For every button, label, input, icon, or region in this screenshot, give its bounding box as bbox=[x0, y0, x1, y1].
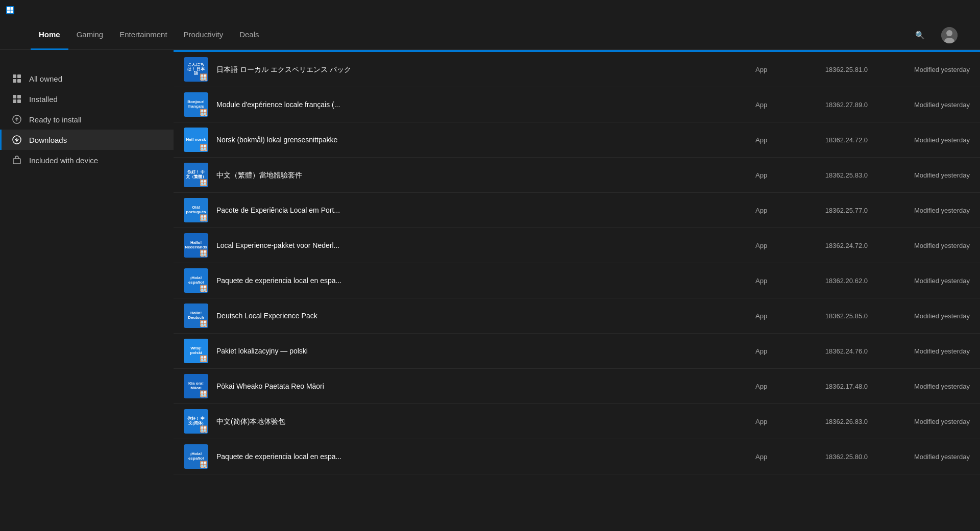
close-button[interactable] bbox=[950, 2, 974, 18]
list-item[interactable]: Kia ora! Māori Pōkai Wheako Paetata Reo … bbox=[174, 369, 980, 404]
svg-rect-51 bbox=[205, 324, 207, 327]
titlebar bbox=[0, 0, 980, 20]
app-icon: Bonjour! français bbox=[184, 92, 208, 117]
svg-rect-61 bbox=[205, 426, 207, 429]
svg-rect-9 bbox=[13, 79, 16, 83]
svg-rect-34 bbox=[201, 184, 204, 186]
svg-rect-3 bbox=[11, 11, 14, 14]
sidebar-heading bbox=[0, 60, 174, 68]
sidebar-item-ready-to-install[interactable]: Ready to install bbox=[0, 109, 174, 130]
app-type: App bbox=[755, 383, 786, 390]
app-info: Norsk (bokmål) lokal grensesnittpakke bbox=[208, 135, 745, 144]
list-item[interactable]: ¡Hola! español Paquete de experiencia lo… bbox=[174, 263, 980, 298]
list-item[interactable]: 你好！ 中文（繁體） 中文（繁體）當地體驗套件 App 18362.25.83.… bbox=[174, 158, 980, 193]
app-info-row: 中文(简体)本地体验包 App 18362.26.83.0 Modified y… bbox=[208, 417, 970, 426]
back-button[interactable] bbox=[8, 26, 27, 44]
svg-rect-32 bbox=[201, 180, 204, 183]
sidebar-item-included-with-device[interactable]: Included with device bbox=[0, 150, 174, 170]
list-item[interactable]: Bonjour! français Module d'expérience lo… bbox=[174, 87, 980, 122]
svg-rect-29 bbox=[205, 145, 207, 147]
list-item[interactable]: ¡Hola! español Paquete de experiencia lo… bbox=[174, 439, 980, 474]
list-item[interactable]: Hallo! Nederlands Local Experience-pakke… bbox=[174, 228, 980, 263]
app-version: 18362.25.81.0 bbox=[786, 66, 868, 73]
app-icon: Hallo! Deutsch bbox=[184, 304, 208, 328]
app-date: Modified yesterday bbox=[868, 136, 970, 144]
svg-rect-55 bbox=[205, 360, 207, 362]
svg-rect-21 bbox=[205, 74, 207, 77]
navbar: HomeGamingEntertainmentProductivityDeals… bbox=[0, 20, 980, 50]
sidebar-item-all-owned[interactable]: All owned bbox=[0, 68, 174, 89]
app-icon: Hei! norsk bbox=[184, 128, 208, 152]
list-item[interactable]: 你好！ 中文(简体) 中文(简体)本地体验包 App 18362.26.83.0… bbox=[174, 404, 980, 439]
app-icon: Kia ora! Māori bbox=[184, 374, 208, 398]
main-layout: All owned Installed Ready to install Dow… bbox=[0, 50, 980, 531]
nav-tab-productivity[interactable]: Productivity bbox=[176, 20, 232, 50]
app-icon: こんにちは！ 日本語 bbox=[184, 57, 208, 82]
sidebar-item-installed[interactable]: Installed bbox=[0, 89, 174, 109]
sidebar-item-downloads[interactable]: Downloads bbox=[0, 130, 174, 150]
svg-rect-64 bbox=[201, 462, 204, 464]
restore-button[interactable] bbox=[927, 2, 950, 18]
app-name: Paquete de experiencia local en espa... bbox=[216, 276, 341, 285]
app-date: Modified yesterday bbox=[868, 453, 970, 461]
svg-rect-43 bbox=[205, 254, 207, 257]
app-info-row: Module d'expérience locale français (...… bbox=[208, 100, 970, 109]
sidebar-item-label-all-owned: All owned bbox=[29, 74, 62, 83]
app-version: 18362.24.72.0 bbox=[786, 242, 868, 249]
list-item[interactable]: Hei! norsk Norsk (bokmål) lokal grensesn… bbox=[174, 122, 980, 158]
svg-rect-36 bbox=[201, 215, 204, 218]
svg-rect-7 bbox=[13, 74, 16, 78]
app-icon: Hallo! Nederlands bbox=[184, 233, 208, 258]
app-info: Paquete de experiencia local en espa... bbox=[208, 452, 745, 461]
svg-rect-62 bbox=[201, 430, 204, 433]
app-version: 18362.27.89.0 bbox=[786, 101, 868, 109]
svg-rect-27 bbox=[205, 113, 207, 116]
downloads-icon bbox=[12, 135, 22, 145]
more-options-button[interactable] bbox=[964, 33, 972, 37]
nav-tab-gaming[interactable]: Gaming bbox=[68, 20, 112, 50]
svg-rect-0 bbox=[7, 7, 10, 10]
nav-tab-deals[interactable]: Deals bbox=[231, 20, 267, 50]
list-item[interactable]: こんにちは！ 日本語 日本語 ローカル エクスペリエンス パック App 183… bbox=[174, 52, 980, 87]
app-date: Modified yesterday bbox=[868, 171, 970, 179]
app-info: 中文（繁體）當地體驗套件 bbox=[208, 170, 745, 180]
app-info: Module d'expérience locale français (... bbox=[208, 100, 745, 109]
svg-rect-28 bbox=[201, 145, 204, 147]
app-info-row: Pacote de Experiência Local em Port... A… bbox=[208, 206, 970, 215]
svg-rect-49 bbox=[205, 321, 207, 323]
list-item[interactable]: Witaj! polski Pakiet lokalizacyjny — pol… bbox=[174, 334, 980, 369]
app-info: 中文(简体)本地体验包 bbox=[208, 417, 745, 426]
app-version: 18362.26.83.0 bbox=[786, 418, 868, 425]
app-info: Local Experience-pakket voor Nederl... bbox=[208, 241, 745, 250]
nav-tab-entertainment[interactable]: Entertainment bbox=[111, 20, 175, 50]
app-date: Modified yesterday bbox=[868, 242, 970, 249]
app-icon: ¡Hola! español bbox=[184, 268, 208, 293]
app-version: 18362.20.62.0 bbox=[786, 277, 868, 285]
search-button[interactable]: 🔍 bbox=[909, 27, 935, 44]
svg-rect-1 bbox=[11, 7, 14, 10]
nav-tabs: HomeGamingEntertainmentProductivityDeals bbox=[31, 20, 267, 49]
nav-tab-home[interactable]: Home bbox=[31, 20, 68, 50]
app-name: 日本語 ローカル エクスペリエンス パック bbox=[216, 65, 351, 73]
minimize-button[interactable] bbox=[903, 2, 927, 18]
svg-rect-33 bbox=[205, 180, 207, 183]
svg-rect-67 bbox=[205, 465, 207, 468]
app-info: Paquete de experiencia local en espa... bbox=[208, 276, 745, 285]
app-version: 18362.24.76.0 bbox=[786, 347, 868, 355]
list-item[interactable]: Olá! português Pacote de Experiência Loc… bbox=[174, 193, 980, 228]
app-version: 18362.24.72.0 bbox=[786, 136, 868, 144]
svg-rect-45 bbox=[205, 286, 207, 288]
user-avatar[interactable] bbox=[941, 27, 958, 43]
app-version: 18362.25.80.0 bbox=[786, 453, 868, 461]
app-logo-icon bbox=[6, 6, 14, 14]
ready-to-install-icon bbox=[12, 114, 22, 124]
app-info: 日本語 ローカル エクスペリエンス パック bbox=[208, 65, 745, 74]
svg-rect-65 bbox=[205, 462, 207, 464]
list-item[interactable]: Hallo! Deutsch Deutsch Local Experience … bbox=[174, 298, 980, 334]
svg-rect-41 bbox=[205, 250, 207, 253]
app-name: Paquete de experiencia local en espa... bbox=[216, 452, 341, 461]
app-icon: 你好！ 中文(简体) bbox=[184, 409, 208, 434]
app-date: Modified yesterday bbox=[868, 101, 970, 109]
app-date: Modified yesterday bbox=[868, 312, 970, 320]
app-name: Local Experience-pakket voor Nederl... bbox=[216, 241, 339, 249]
